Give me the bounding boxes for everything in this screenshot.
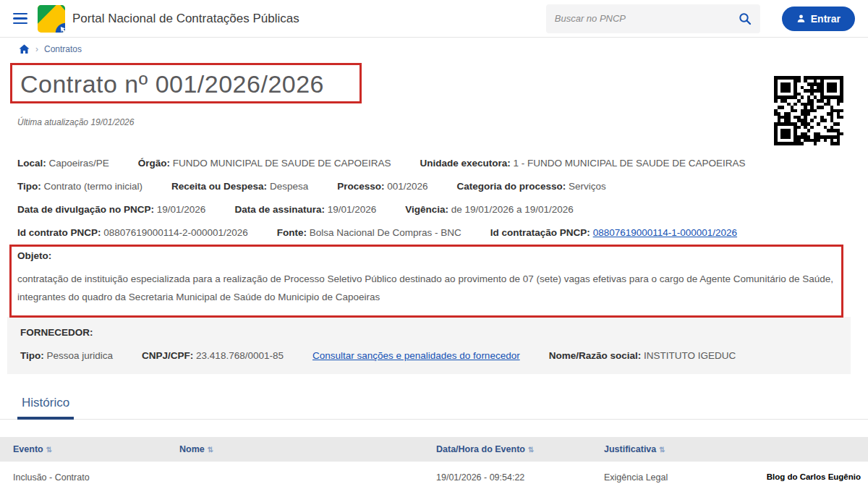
main-content: Contrato nº 001/2026/2026 Última atualiz… bbox=[0, 61, 868, 484]
fornecedor-nome: Nome/Razão social: INSTITUTO IGEDUC bbox=[549, 350, 736, 361]
sort-arrows-icon[interactable]: ⇅ bbox=[46, 446, 52, 454]
field-receita-despesa: Receita ou Despesa: Despesa bbox=[171, 181, 308, 192]
cell-data-hora: 19/01/2026 - 09:54:22 bbox=[430, 462, 598, 484]
history-table-header-row: Evento⇅ Nome⇅ Data/Hora do Evento⇅ Justi… bbox=[0, 437, 868, 462]
field-categoria-processo: Categoria do processo: Serviços bbox=[457, 181, 606, 192]
app-header: Portal Nacional de Contratações Públicas… bbox=[0, 0, 868, 38]
pncp-contract-page: Portal Nacional de Contratações Públicas… bbox=[0, 0, 868, 484]
field-data-assinatura: Data de assinatura: 19/01/2026 bbox=[234, 204, 376, 215]
field-data-divulgacao: Data de divulgação no PNCP: 19/01/2026 bbox=[17, 204, 205, 215]
cell-evento: Inclusão - Contrato bbox=[0, 462, 174, 484]
col-header-nome[interactable]: Nome⇅ bbox=[174, 437, 430, 462]
title-annotation-box: Contrato nº 001/2026/2026 bbox=[20, 70, 324, 98]
field-unidade-executora: Unidade executora: 1 - FUNDO MUNICIPAL D… bbox=[420, 158, 745, 169]
field-local: Local: Capoeiras/PE bbox=[17, 158, 109, 169]
details-row-2: Tipo: Contrato (termo inicial) Receita o… bbox=[17, 181, 851, 192]
hamburger-menu-icon[interactable] bbox=[13, 13, 27, 25]
sanctions-link[interactable]: Consultar sanções e penalidades do forne… bbox=[312, 350, 520, 361]
field-processo: Processo: 001/2026 bbox=[337, 181, 427, 192]
login-button[interactable]: Entrar bbox=[782, 7, 855, 31]
col-header-data-hora[interactable]: Data/Hora do Evento⇅ bbox=[430, 437, 598, 462]
id-contratacao-link[interactable]: 08807619000114-1-000001/2026 bbox=[593, 227, 737, 238]
fornecedor-heading: FORNECEDOR: bbox=[20, 327, 839, 338]
person-icon bbox=[796, 14, 806, 23]
sort-arrows-icon[interactable]: ⇅ bbox=[208, 446, 213, 454]
col-header-justificativa[interactable]: Justificativa⇅ bbox=[598, 437, 868, 462]
sort-arrows-icon[interactable]: ⇅ bbox=[659, 446, 665, 454]
fornecedor-tipo: Tipo: Pessoa juridica bbox=[20, 350, 113, 361]
col-header-evento[interactable]: Evento⇅ bbox=[0, 437, 174, 462]
breadcrumb-item-contratos[interactable]: Contratos bbox=[44, 44, 82, 54]
objeto-text: contratação de instituição especializada… bbox=[17, 271, 838, 307]
search-input[interactable] bbox=[555, 13, 739, 24]
sort-arrows-icon[interactable]: ⇅ bbox=[528, 446, 534, 454]
brand-title: Portal Nacional de Contratações Públicas bbox=[72, 12, 299, 26]
fornecedor-section: FORNECEDOR: Tipo: Pessoa juridica CNPJ/C… bbox=[7, 317, 851, 374]
last-update-text: Última atualização 19/01/2026 bbox=[17, 117, 851, 127]
qr-code bbox=[774, 76, 843, 145]
cell-nome bbox=[174, 462, 430, 484]
field-vigencia: Vigência: de 19/01/2026 a 19/01/2026 bbox=[405, 204, 573, 215]
contract-details: Local: Capoeiras/PE Órgão: FUNDO MUNICIP… bbox=[17, 158, 851, 238]
field-id-contrato-pncp: Id contrato PNCP: 08807619000114-2-00000… bbox=[17, 227, 248, 238]
history-table: Evento⇅ Nome⇅ Data/Hora do Evento⇅ Justi… bbox=[0, 437, 868, 484]
field-id-contratacao-pncp: Id contratação PNCP: 08807619000114-1-00… bbox=[490, 227, 737, 238]
objeto-label: Objeto: bbox=[17, 250, 851, 261]
details-row-4: Id contrato PNCP: 08807619000114-2-00000… bbox=[17, 227, 851, 238]
fornecedor-cnpj: CNPJ/CPF: 23.418.768/0001-85 bbox=[142, 350, 284, 361]
page-title: Contrato nº 001/2026/2026 bbox=[20, 70, 324, 98]
details-row-1: Local: Capoeiras/PE Órgão: FUNDO MUNICIP… bbox=[17, 158, 851, 169]
history-table-row: Inclusão - Contrato 19/01/2026 - 09:54:2… bbox=[0, 462, 868, 484]
pncp-logo bbox=[38, 5, 65, 33]
field-fonte: Fonte: Bolsa Nacional De Compras - BNC bbox=[277, 227, 461, 238]
search-icon[interactable] bbox=[739, 12, 752, 25]
fornecedor-row: Tipo: Pessoa juridica CNPJ/CPF: 23.418.7… bbox=[20, 350, 839, 361]
breadcrumb-separator: › bbox=[35, 44, 38, 54]
login-label: Entrar bbox=[811, 13, 841, 25]
watermark-text: Blog do Carlos Eugênio bbox=[767, 472, 861, 481]
breadcrumb: › Contratos bbox=[0, 38, 868, 61]
brand-link[interactable]: Portal Nacional de Contratações Públicas bbox=[38, 5, 299, 33]
objeto-section-annotation-box: Objeto: contratação de instituição espec… bbox=[17, 250, 851, 307]
field-orgao: Órgão: FUNDO MUNICIPAL DE SAUDE DE CAPOE… bbox=[138, 158, 391, 169]
details-row-3: Data de divulgação no PNCP: 19/01/2026 D… bbox=[17, 204, 851, 215]
tab-historico[interactable]: Histórico bbox=[17, 396, 74, 420]
search-box bbox=[546, 4, 760, 33]
field-tipo: Tipo: Contrato (termo inicial) bbox=[17, 181, 142, 192]
home-icon[interactable] bbox=[19, 44, 30, 54]
tab-bar: Histórico bbox=[0, 396, 868, 420]
